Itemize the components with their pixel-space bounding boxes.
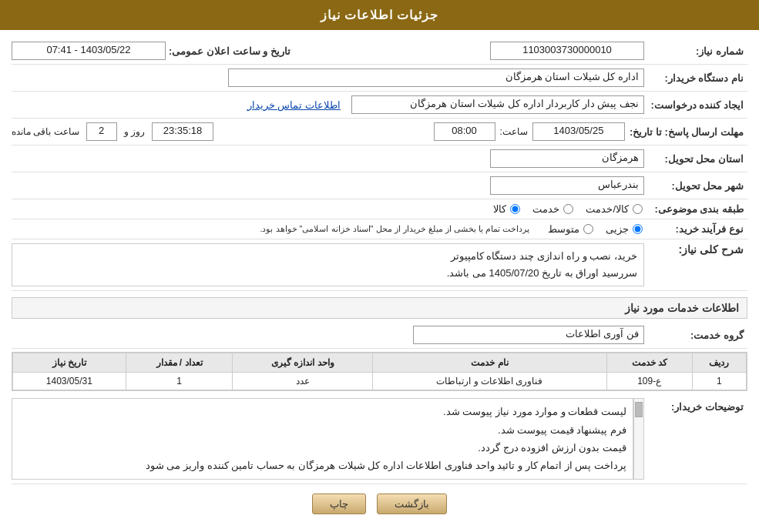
deadline-time: 08:00: [434, 122, 495, 141]
purchase-jozyi-radio[interactable]: [633, 224, 643, 234]
category-kala-item: کالا: [493, 203, 522, 215]
remaining-time: 23:35:18: [152, 122, 213, 141]
buyer-desc-line: فرم پیشنهاد قیمت پیوست شد.: [18, 421, 626, 439]
province-label: استان محل تحویل:: [647, 153, 747, 165]
purchase-note: پرداخت تمام یا بخشی از مبلغ خریدار از مح…: [260, 224, 529, 234]
table-cell-4: 1: [126, 373, 233, 390]
buyer-name-label: نام دستگاه خریدار:: [647, 72, 747, 84]
category-radios: کالا/خدمت خدمت کالا: [493, 203, 644, 215]
col-name: نام خدمت: [373, 353, 606, 373]
table-cell-2: فناوری اطلاعات و ارتباطات: [373, 373, 606, 390]
main-content: شماره نیاز: 1103003730000010 تاریخ و ساع…: [0, 30, 759, 528]
purchase-type-label: نوع فرآیند خرید:: [647, 223, 747, 235]
table-cell-3: عدد: [233, 373, 373, 390]
buyer-name-value: اداره کل شیلات استان هرمزگان: [228, 69, 644, 87]
category-khadamat-item: خدمت: [532, 203, 575, 215]
category-kala-khadamat-radio[interactable]: [633, 204, 643, 214]
need-number-value: 1103003730000010: [490, 42, 644, 60]
back-button[interactable]: بازگشت: [377, 494, 447, 514]
buyer-desc-line: قیمت بدون ارزش افزوده درج گردد.: [18, 439, 626, 457]
remaining-suffix: ساعت باقی مانده: [12, 126, 79, 137]
need-number-row: شماره نیاز: 1103003730000010 تاریخ و ساع…: [12, 38, 747, 65]
contact-link[interactable]: اطلاعات تماس خریدار: [247, 99, 341, 111]
deadline-label: مهلت ارسال پاسخ: تا تاریخ:: [630, 126, 747, 138]
description-line2: سررسید اوراق به تاریخ 1405/07/20 می باشد…: [18, 265, 637, 282]
purchase-motavaset-label: متوسط: [548, 223, 579, 235]
table-cell-1: ع-109: [606, 373, 692, 390]
city-row: شهر محل تحویل: بندرعباس: [12, 172, 747, 199]
buyer-desc-row: توضیحات خریدار: لیست قطعات و موارد مورد …: [12, 394, 747, 484]
table-cell-0: 1: [692, 373, 746, 390]
buyer-desc-line: لیست قطعات و موارد مورد نیاز پیوست شد.: [18, 403, 626, 420]
col-unit: واحد اندازه گیری: [233, 353, 373, 373]
buyer-desc-scrollbar[interactable]: [633, 398, 644, 480]
purchase-motavaset-radio[interactable]: [583, 224, 593, 234]
category-kala-khadamat-label: کالا/خدمت: [586, 203, 629, 215]
description-section-label: شرح کلی نیاز:: [647, 243, 747, 256]
description-row: شرح کلی نیاز: خرید، نصب و راه اندازی چند…: [12, 239, 747, 291]
purchase-type-row: نوع فرآیند خرید: جزیی متوسط پرداخت تمام …: [12, 219, 747, 239]
services-table-wrapper: ردیف کد خدمت نام خدمت واحد اندازه گیری ت…: [12, 352, 747, 391]
buyer-name-row: نام دستگاه خریدار: اداره کل شیلات استان …: [12, 65, 747, 92]
col-qty: تعداد / مقدار: [126, 353, 233, 373]
purchase-jozyi-item: جزیی: [606, 223, 644, 235]
description-line1: خرید، نصب و راه اندازی چند دستگاه کامپیو…: [18, 248, 637, 265]
purchase-motavaset-item: متوسط: [548, 223, 595, 235]
services-section-label: اطلاعات خدمات مورد نیاز: [12, 297, 747, 319]
category-khadamat-radio[interactable]: [563, 204, 573, 214]
province-value: هرمزگان: [490, 149, 644, 168]
province-row: استان محل تحویل: هرمزگان: [12, 146, 747, 172]
creator-label: ایجاد کننده درخواست:: [647, 99, 747, 111]
page-wrapper: جزئیات اطلاعات نیاز شماره نیاز: 11030037…: [0, 0, 759, 532]
category-kala-radio[interactable]: [510, 204, 520, 214]
purchase-radios: جزیی متوسط پرداخت تمام یا بخشی از مبلغ خ…: [12, 223, 644, 235]
service-group-label: گروه خدمت:: [647, 330, 747, 341]
announcement-date-value: 1403/05/22 - 07:41: [12, 42, 166, 60]
col-row: ردیف: [692, 353, 746, 373]
purchase-jozyi-label: جزیی: [606, 223, 629, 235]
remaining-days: 2: [86, 122, 117, 141]
table-row: 1ع-109فناوری اطلاعات و ارتباطاتعدد11403/…: [13, 373, 747, 390]
category-label: طبقه بندی موضوعی:: [647, 203, 747, 215]
scrollbar-thumb: [635, 402, 643, 417]
footer-buttons: بازگشت چاپ: [12, 484, 747, 520]
deadline-time-label: ساعت:: [500, 126, 528, 137]
creator-value: نجف پیش دار کاربردار اداره کل شیلات استا…: [351, 95, 644, 114]
buyer-desc-label: توضیحات خریدار:: [647, 398, 747, 480]
services-table: ردیف کد خدمت نام خدمت واحد اندازه گیری ت…: [12, 353, 747, 390]
city-value: بندرعباس: [490, 176, 644, 195]
page-header: جزئیات اطلاعات نیاز: [0, 0, 759, 30]
announcement-date-label: تاریخ و ساعت اعلان عمومی:: [169, 45, 294, 57]
city-label: شهر محل تحویل:: [647, 180, 747, 192]
page-title: جزئیات اطلاعات نیاز: [321, 8, 439, 22]
buyer-desc-box: لیست قطعات و موارد مورد نیاز پیوست شد.فر…: [12, 398, 633, 480]
remaining-label: روز و: [124, 126, 145, 137]
deadline-date: 1403/05/25: [532, 122, 625, 141]
category-khadamat-label: خدمت: [532, 203, 559, 215]
service-group-row: گروه خدمت: فن آوری اطلاعات: [12, 322, 747, 349]
col-date: تاریخ نیاز: [13, 353, 126, 373]
category-kala-khadamat-item: کالا/خدمت: [586, 203, 644, 215]
table-cell-5: 1403/05/31: [13, 373, 126, 390]
creator-row: ایجاد کننده درخواست: نجف پیش دار کاربردا…: [12, 92, 747, 119]
col-code: کد خدمت: [606, 353, 692, 373]
service-group-value: فن آوری اطلاعات: [413, 326, 644, 344]
description-value: خرید، نصب و راه اندازی چند دستگاه کامپیو…: [12, 243, 644, 286]
deadline-row: مهلت ارسال پاسخ: تا تاریخ: 1403/05/25 سا…: [12, 119, 747, 146]
buyer-desc-line: پرداخت پس از اتمام کار و تائید واحد فناو…: [18, 457, 626, 474]
need-number-label: شماره نیاز:: [647, 45, 747, 57]
category-row: طبقه بندی موضوعی: کالا/خدمت خدمت کالا: [12, 199, 747, 219]
print-button[interactable]: چاپ: [312, 494, 366, 514]
category-kala-label: کالا: [493, 203, 506, 215]
